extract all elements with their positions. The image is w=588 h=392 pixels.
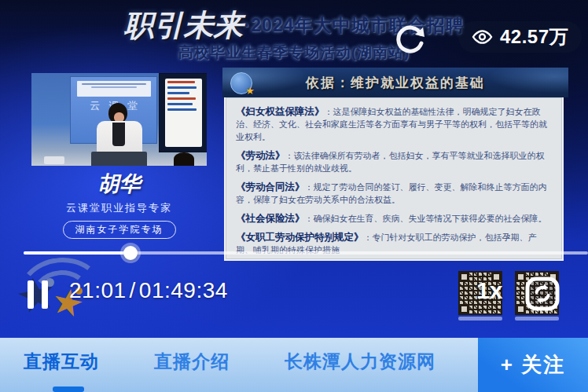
studio-banner xyxy=(77,81,151,97)
banner-title-rest: ·2024年大中城市联合招聘 xyxy=(244,13,465,38)
globe-star-logo-icon: ★ xyxy=(230,72,252,94)
time-display: 21:01/01:49:34 xyxy=(69,278,228,303)
pause-icon xyxy=(28,280,34,309)
fullscreen-rotate-button[interactable] xyxy=(524,275,561,313)
law-item: 《社会保险法》：确保妇女在生育、疾病、失业等情况下获得必要的社会保障。 xyxy=(236,211,552,225)
progress-bar[interactable] xyxy=(24,251,588,255)
studio-banner-text-line xyxy=(82,83,146,85)
playback-speed-button[interactable]: 1x xyxy=(476,277,502,304)
qr-caption xyxy=(458,317,502,321)
slide-body: 《妇女权益保障法》：这是保障妇女权益的基础性法律，明确规定了妇女在政治、经济、文… xyxy=(224,97,564,261)
tab-live-interaction[interactable]: 直播互动 xyxy=(24,350,99,374)
law-item: 《劳动法》：该法律确保所有劳动者，包括妇女，享有平等就业和选择职业的权利，禁止基… xyxy=(236,148,552,175)
presenter-name: 胡华 xyxy=(31,170,207,198)
banner-calligraphy-title: 职引未来 xyxy=(124,9,244,41)
video-surface[interactable]: 职引未来 ·2024年大中城市联合招聘 高校毕业生春季专场活动(湖南站) 42.… xyxy=(0,0,588,338)
pause-icon xyxy=(42,280,48,309)
time-separator: / xyxy=(127,278,139,302)
tab-czt-hr-site[interactable]: 长株潭人力资源网 xyxy=(285,350,435,374)
podium xyxy=(91,152,147,166)
active-tab-indicator xyxy=(53,387,84,392)
presenter-video-feed: 云课堂 xyxy=(31,73,207,166)
follow-button[interactable]: + 关注 xyxy=(478,338,588,392)
presenter-shirt xyxy=(112,123,125,146)
eye-icon xyxy=(472,29,493,45)
presenter-title: 云课堂职业指导专家 xyxy=(31,201,207,215)
view-count-badge: 42.57万 xyxy=(458,21,582,53)
slide-title: 依据：维护就业权益的基础 xyxy=(306,74,485,92)
studio-chair xyxy=(44,156,64,164)
tab-live-intro[interactable]: 直播介绍 xyxy=(154,350,230,374)
law-item: 《妇女权益保障法》：这是保障妇女权益的基础性法律，明确规定了妇女在政治、经济、文… xyxy=(236,104,552,144)
audience-silhouette xyxy=(174,152,194,166)
studio-side-screen xyxy=(159,73,207,152)
studio-side-slide xyxy=(165,79,202,147)
progress-handle[interactable] xyxy=(123,246,138,260)
view-count-value: 42.57万 xyxy=(500,24,568,49)
total-duration: 01:49:34 xyxy=(139,278,228,302)
pause-button[interactable] xyxy=(28,280,48,309)
presenter-info: 胡华 云课堂职业指导专家 湖南女子学院专场 xyxy=(31,170,207,239)
qr-caption xyxy=(515,317,559,321)
livestream-player: 职引未来 ·2024年大中城市联合招聘 高校毕业生春季专场活动(湖南站) 42.… xyxy=(0,0,588,392)
slide-panel: ★ 依据：维护就业权益的基础 《妇女权益保障法》：这是保障妇女权益的基础性法律，… xyxy=(222,68,568,261)
loading-spinner-icon xyxy=(391,21,430,60)
studio-banner-text-line xyxy=(91,86,137,88)
law-item: 《劳动合同法》：规定了劳动合同的签订、履行、变更、解除和终止等方面的内容，保障了… xyxy=(236,180,552,207)
current-time: 21:01 xyxy=(69,278,127,302)
progress-played xyxy=(24,251,130,255)
presenter-session-badge: 湖南女子学院专场 xyxy=(63,221,176,239)
slide-header: ★ 依据：维护就业权益的基础 xyxy=(222,68,568,97)
